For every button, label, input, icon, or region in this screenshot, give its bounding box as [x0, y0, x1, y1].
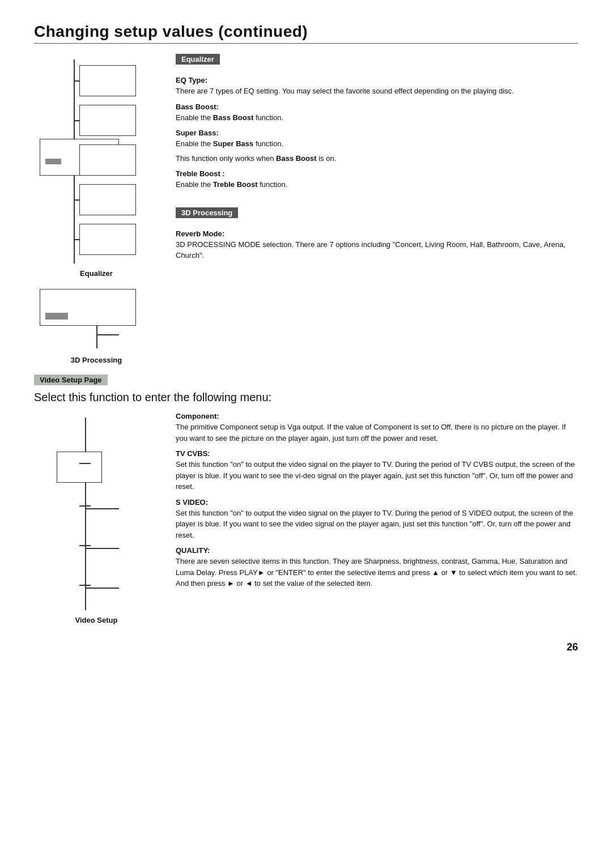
bass-boost-bold: Bass Boost: [213, 113, 254, 122]
treble-boost-bold: Treble Boost: [213, 180, 258, 189]
proc-selected-bar: [45, 313, 68, 320]
super-bass-title: Super Bass:: [176, 129, 578, 137]
video-inner-box: [57, 452, 102, 483]
super-bass-desc2: This function only works when Bass Boost…: [176, 153, 578, 164]
eq-box-5: [79, 224, 136, 255]
page-number: 26: [34, 641, 578, 653]
eq-box-4: [79, 184, 136, 215]
video-vert-line: [85, 418, 86, 610]
video-diagram-col: Video Setup: [34, 412, 159, 624]
reverb-mode-desc: 3D PROCESSING MODE selection. There are …: [176, 239, 578, 261]
video-tick4: [79, 585, 91, 586]
video-tick2: [79, 505, 91, 507]
equalizer-diagram-label: Equalizer: [80, 269, 113, 278]
treble-boost-title: Treble Boost :: [176, 169, 578, 178]
tv-cvbs-title: TV CVBS:: [176, 449, 578, 458]
3d-proc-header: 3D Processing: [176, 207, 238, 218]
component-desc: The primitive Component setup is Vga out…: [176, 422, 578, 444]
video-tick1: [79, 463, 91, 464]
super-bass-bold: Super Bass: [213, 139, 254, 148]
video-setup-page-header: Video Setup Page: [34, 375, 108, 385]
treble-boost-desc: Enable the Treble Boost function.: [176, 179, 578, 190]
quality-desc: There are seven selective items in this …: [176, 556, 578, 589]
page-title: Changing setup values (continued): [34, 23, 578, 41]
video-desc-col: Component: The primitive Component setup…: [176, 412, 578, 624]
eq-type-title: EQ Type:: [176, 76, 578, 84]
video-h2: [85, 508, 119, 509]
left-diagrams: Equalizer 3D Processing: [34, 54, 159, 364]
eq-h4: [74, 199, 79, 201]
eq-h1: [74, 80, 79, 82]
reverb-mode-title: Reverb Mode:: [176, 229, 578, 238]
s-video-desc: Set this function "on" to output the vid…: [176, 508, 578, 541]
bass-boost-ref-bold: Bass Boost: [276, 154, 317, 163]
video-diagram-label: Video Setup: [75, 616, 118, 624]
video-h4: [85, 588, 119, 589]
bass-boost-title: Bass Boost:: [176, 103, 578, 111]
eq-h5: [74, 239, 79, 240]
component-title: Component:: [176, 412, 578, 420]
eq-box-3: [79, 144, 136, 176]
equalizer-3d-layout: Equalizer 3D Processing Equalizer EQ Typ…: [34, 54, 578, 364]
quality-title: QUALITY:: [176, 546, 578, 555]
equalizer-desc-col: Equalizer EQ Type: There are 7 types of …: [176, 54, 578, 364]
equalizer-header: Equalizer: [176, 54, 220, 65]
3d-proc-diagram: [40, 289, 153, 351]
3d-proc-diagram-label: 3D Processing: [71, 356, 122, 364]
title-rule: [34, 43, 578, 44]
eq-h2: [74, 120, 79, 121]
video-tick3: [79, 545, 91, 546]
tv-cvbs-desc: Set this function "on" to output the vid…: [176, 459, 578, 492]
eq-box-2: [79, 105, 136, 136]
eq-selected-bar: [45, 159, 61, 164]
function-intro-title: Select this function to enter the follow…: [34, 391, 578, 404]
proc-vert-line: [96, 326, 97, 348]
eq-type-desc: There are 7 types of EQ setting. You may…: [176, 86, 578, 97]
bass-boost-desc: Enable the Bass Boost function.: [176, 112, 578, 124]
equalizer-diagram: [40, 59, 153, 263]
proc-horiz-line: [96, 334, 119, 335]
s-video-title: S VIDEO:: [176, 498, 578, 507]
video-setup-layout: Video Setup Component: The primitive Com…: [34, 412, 578, 624]
proc-main-box: [40, 289, 136, 326]
eq-box-1: [79, 65, 136, 96]
video-diagram: [51, 418, 142, 610]
video-h3: [85, 548, 119, 549]
super-bass-desc: Enable the Super Bass function.: [176, 138, 578, 150]
